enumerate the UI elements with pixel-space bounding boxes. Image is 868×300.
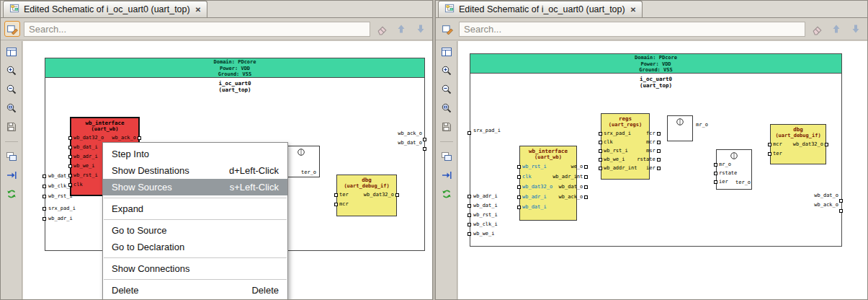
port-label: wb_dat32_o	[73, 136, 104, 141]
port-row[interactable]: srx_pad_i	[601, 129, 637, 138]
edge-pin[interactable]: wb_dat_i	[42, 171, 73, 181]
edge-pin[interactable]: wb_we_i	[467, 229, 498, 239]
edge-pin[interactable]: wb_dat_i	[467, 201, 498, 211]
port-row[interactable]: clk	[520, 172, 552, 182]
edge-pin[interactable]: srx_pad_i	[42, 203, 76, 213]
port-row[interactable]: wb_dat_i	[520, 202, 552, 212]
search-next-icon[interactable]	[413, 21, 429, 37]
menu-item-step-into[interactable]: Step Into	[103, 146, 287, 162]
port-row[interactable]: wb_adr_i	[520, 192, 552, 202]
search-next-icon[interactable]	[848, 21, 864, 37]
edit-probe-icon[interactable]	[439, 21, 455, 37]
edge-pin[interactable]: wb_rst_i	[467, 211, 498, 220]
tab-close-icon[interactable]: ✕	[630, 6, 636, 14]
port-row[interactable]: fcr	[637, 129, 657, 138]
trace-arrows-icon[interactable]	[4, 168, 19, 182]
port-row[interactable]: wb_addr_int	[601, 164, 637, 172]
port-row[interactable]: wb_we_i	[71, 162, 104, 171]
zoom-out-icon[interactable]	[4, 82, 19, 97]
port-row[interactable]: we_o	[552, 162, 585, 172]
edit-probe-icon[interactable]	[4, 21, 20, 37]
zoom-fit-icon[interactable]	[4, 101, 19, 115]
port-label: rstate	[719, 171, 737, 176]
block-dbg[interactable]: dbg (uart_debug_if) termcr wb_dat32_o	[336, 175, 397, 216]
menu-item-show-sources[interactable]: Show Sourcess+Left-Click	[103, 179, 287, 195]
zoom-fit-icon[interactable]	[439, 101, 454, 115]
reload-icon[interactable]	[439, 187, 454, 201]
reload-icon[interactable]	[4, 187, 19, 201]
port-row[interactable]: wb_rst_i	[71, 171, 104, 180]
edge-pin[interactable]: wb_adr_i	[467, 192, 498, 201]
port-row[interactable]: clk	[71, 180, 104, 190]
tab-edited-schematic[interactable]: Edited Schematic of i_oc_uart0 (uart_top…	[438, 1, 643, 17]
block-clock-gate-1[interactable]	[667, 115, 693, 141]
edge-pin[interactable]: wb_adr_i	[42, 213, 76, 224]
menu-item-show-connections[interactable]: Show Connections	[103, 260, 287, 277]
edge-pin[interactable]: wb_rst_i	[42, 191, 73, 201]
menu-item-go-to-source[interactable]: Go to Source	[103, 222, 287, 239]
port-row[interactable]: clk	[601, 138, 637, 146]
edge-pin-srx-pad-i[interactable]: srx_pad_i	[473, 128, 501, 133]
view-grid-icon[interactable]	[439, 45, 454, 59]
block-dbg[interactable]: dbg (uart_debug_if) mcrter wb_dat32_o	[770, 124, 826, 164]
port-row[interactable]: mcr	[337, 200, 349, 209]
search-input[interactable]	[24, 22, 370, 37]
port-row[interactable]: wb_ack_o	[552, 192, 585, 202]
tab-edited-schematic[interactable]: Edited Schematic of i_oc_uart0 (uart_top…	[3, 1, 207, 17]
tab-close-icon[interactable]: ✕	[195, 6, 201, 14]
port-row[interactable]: wb_dat32_o	[520, 182, 552, 192]
port-row[interactable]: msr	[637, 146, 657, 155]
port-row[interactable]: mcr	[637, 138, 657, 146]
port-row[interactable]: wb_dat_i	[71, 143, 104, 152]
port-row[interactable]: wb_dat32_o	[793, 140, 826, 149]
menu-item-go-to-declaration[interactable]: Go to Declaration	[103, 239, 287, 255]
port-row[interactable]: ter	[337, 190, 349, 200]
port-row[interactable]: wb_adr_i	[71, 152, 104, 162]
search-input[interactable]	[459, 22, 805, 37]
trace-arrows-icon[interactable]	[439, 168, 454, 182]
port-row[interactable]: ier	[637, 164, 657, 172]
port-label: wb_dat32_o	[793, 142, 823, 147]
port-row[interactable]: wb_rst_i	[520, 162, 552, 172]
port-label: rstate	[637, 157, 655, 162]
panel-right: Edited Schematic of i_oc_uart0 (uart_top…	[435, 0, 868, 300]
port-row[interactable]: wb_dat32_o	[71, 133, 104, 143]
zoom-in-icon[interactable]	[439, 63, 454, 78]
edge-pin[interactable]: wb_clk_i	[42, 181, 73, 191]
clear-highlight-icon[interactable]	[374, 21, 390, 37]
menu-item-show-destinations[interactable]: Show Destinationsd+Left-Click	[103, 162, 287, 179]
port-square	[657, 132, 661, 136]
menu-item-expand[interactable]: Expand	[103, 200, 287, 217]
zoom-out-icon[interactable]	[439, 82, 454, 97]
save-icon[interactable]	[4, 120, 19, 134]
clear-highlight-icon[interactable]	[809, 21, 825, 37]
port-row[interactable]: mcr	[771, 140, 782, 149]
search-prev-icon[interactable]	[393, 21, 409, 37]
port-row[interactable]: wb_adr_int	[552, 172, 585, 182]
block-wb-interface[interactable]: wb_interface (uart_wb) wb_rst_iclkwb_dat…	[519, 146, 577, 221]
port-row[interactable]: rstate	[717, 169, 751, 177]
port-square	[599, 167, 602, 170]
search-prev-icon[interactable]	[828, 21, 844, 37]
port-row[interactable]: rstate	[637, 155, 657, 164]
port-square	[517, 185, 521, 189]
port-row[interactable]: wb_dat32_o	[364, 190, 396, 200]
zoom-in-icon[interactable]	[4, 63, 19, 78]
net-label: wb_dat_o	[379, 139, 422, 149]
schematic-canvas[interactable]: Domain: PDcore Power: VDD Ground: VSS i_…	[458, 41, 867, 299]
menu-item-delete[interactable]: DeleteDelete	[103, 282, 287, 299]
port-row[interactable]: ter	[771, 149, 782, 159]
port-row[interactable]: wb_dat_o	[552, 182, 585, 192]
side-separator	[5, 141, 18, 142]
save-icon[interactable]	[439, 120, 454, 134]
new-window-icon[interactable]	[4, 149, 19, 164]
edge-pin[interactable]: wb_clk_i	[467, 220, 498, 229]
block-regs[interactable]: regs (uart_regs) srx_pad_iclkwb_rst_iwb_…	[601, 113, 650, 180]
pin-label: srx_pad_i	[48, 206, 76, 211]
port-row[interactable]: wb_rst_i	[601, 146, 637, 155]
port-row[interactable]: mr_o	[717, 160, 751, 169]
view-grid-icon[interactable]	[4, 45, 19, 59]
port-label: wb_we_i	[73, 164, 95, 169]
new-window-icon[interactable]	[439, 149, 454, 164]
port-row[interactable]: wb_we_i	[601, 155, 637, 164]
